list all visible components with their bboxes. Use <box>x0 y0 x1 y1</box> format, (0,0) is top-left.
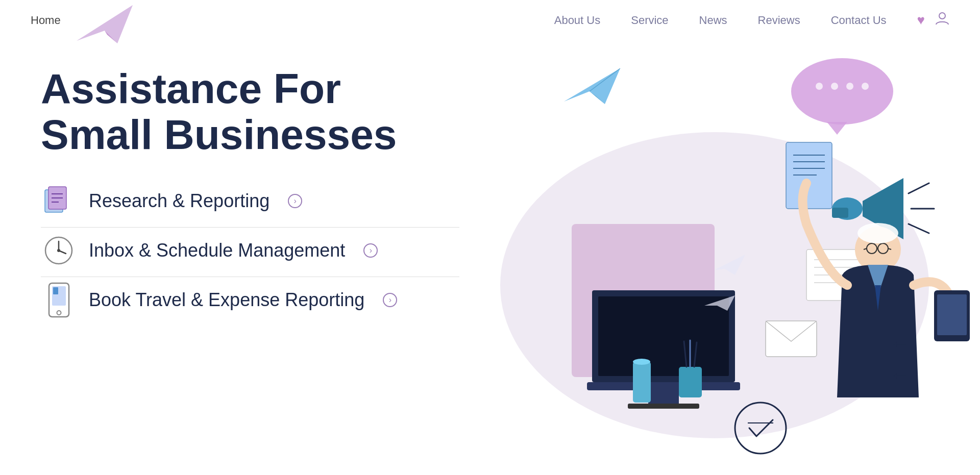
nav-about[interactable]: About Us <box>554 14 601 27</box>
svg-marker-0 <box>77 5 133 43</box>
svg-rect-14 <box>53 287 58 294</box>
service-label-research: Research & Reporting <box>89 190 270 212</box>
nav-news[interactable]: News <box>699 14 727 27</box>
service-list: Research & Reporting › Inbox & Schedule … <box>41 183 459 326</box>
hero-section: Assistance For Small Businesses Research… <box>0 40 980 448</box>
svg-rect-45 <box>832 208 848 218</box>
heart-icon[interactable]: ♥ <box>917 12 925 28</box>
nav-contact[interactable]: Contact Us <box>831 14 887 27</box>
svg-rect-54 <box>766 321 817 357</box>
clock-icon <box>41 233 77 268</box>
service-arrow-travel[interactable]: › <box>383 293 397 307</box>
svg-point-23 <box>846 83 853 90</box>
svg-point-15 <box>57 311 61 315</box>
svg-point-22 <box>831 83 838 90</box>
service-item-research[interactable]: Research & Reporting › <box>41 183 459 228</box>
paper-plane-purple-icon <box>71 0 138 51</box>
nav-reviews[interactable]: Reviews <box>758 14 800 27</box>
svg-point-21 <box>816 83 823 90</box>
hero-illustration: ← ← <box>459 51 949 448</box>
hero-title: Assistance For Small Businesses <box>41 66 459 158</box>
svg-point-11 <box>57 249 60 252</box>
svg-rect-31 <box>598 296 729 376</box>
service-item-travel[interactable]: Book Travel & Expense Reporting › <box>41 282 459 326</box>
svg-rect-30 <box>628 404 699 409</box>
svg-line-46 <box>909 183 929 193</box>
arrow-left-1: ← <box>889 331 909 356</box>
svg-rect-28 <box>587 382 740 390</box>
arrow-left-2: ← <box>889 363 909 387</box>
nav-home[interactable]: Home <box>31 14 61 27</box>
service-label-travel: Book Travel & Expense Reporting <box>89 289 364 311</box>
navbar: Home About Us Service News Reviews Conta… <box>0 0 980 40</box>
svg-rect-36 <box>633 362 651 403</box>
service-arrow-inbox[interactable]: › <box>363 243 378 258</box>
service-arrow-research[interactable]: › <box>288 194 302 208</box>
svg-point-2 <box>939 13 945 19</box>
nav-icons: ♥ <box>917 11 949 29</box>
svg-point-24 <box>862 83 869 90</box>
svg-point-37 <box>633 359 650 365</box>
document-icon <box>41 183 77 219</box>
nav-service[interactable]: Service <box>631 14 668 27</box>
main-illustration <box>459 91 970 469</box>
svg-point-63 <box>857 223 898 243</box>
user-icon[interactable] <box>935 11 949 29</box>
nav-links: About Us Service News Reviews Contact Us <box>554 14 887 27</box>
phone-icon <box>41 282 77 318</box>
svg-rect-29 <box>648 389 679 405</box>
svg-rect-65 <box>937 294 967 335</box>
service-item-inbox[interactable]: Inbox & Schedule Management › <box>41 233 459 277</box>
arrow-decorations: ← ← <box>889 331 909 387</box>
service-label-inbox: Inbox & Schedule Management <box>89 240 345 261</box>
hero-left: Assistance For Small Businesses Research… <box>41 51 459 448</box>
svg-rect-32 <box>679 367 702 397</box>
